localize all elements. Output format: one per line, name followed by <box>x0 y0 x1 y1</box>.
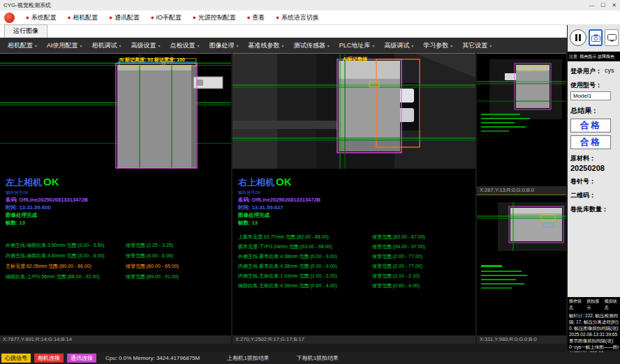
result-box-2: 合格 <box>570 135 611 149</box>
monitor-view-button[interactable] <box>605 29 619 46</box>
toolbar-item-advanced-settings[interactable]: 高级设置▾ <box>126 41 165 50</box>
measurement-value: 外侧主线-极耳距离:4.38mm 范围:(0.00 - 9.00) <box>238 254 337 259</box>
camera2-time: 时间: 13-31-59-627 <box>238 204 473 211</box>
preview2-viewport[interactable] <box>477 195 566 335</box>
menu-item-io-config[interactable]: ◆ IO手配置 <box>145 13 187 22</box>
menu-item-label: 系统语言切换 <box>281 13 319 22</box>
menu-item-language-switch[interactable]: ◆ 系统语言切换 <box>270 13 325 22</box>
toolbar-item-spot-check[interactable]: 点检设置▾ <box>165 41 205 50</box>
measurement-value: 外侧主线-隔膜距离:3.50mm 范围:(3.00 - 5.50) <box>6 243 105 248</box>
camera2-output-signal: 输出信号OK <box>238 190 473 196</box>
toolbar-item-baseline-params[interactable]: 基准线参数▾ <box>244 41 289 50</box>
camera1-viewport[interactable]: N 标记高度: 93 标记宽度: 100 <box>0 53 231 168</box>
toolbar-item-ai-usage-config[interactable]: AI使用配置▾ <box>42 41 87 50</box>
minimize-icon[interactable]: — <box>589 2 594 8</box>
window-title: CYG-视觉检测系统 <box>3 1 51 9</box>
camera-capture-button[interactable] <box>589 29 603 46</box>
menu-bullet-icon: ◆ <box>26 15 29 20</box>
toolbar-item-label: 相机调试 <box>92 41 117 50</box>
menu-item-light-control-config[interactable]: ◆ 光源控制配置 <box>187 13 242 22</box>
model-label: 使用型号： <box>570 81 619 90</box>
menu-item-camera-config[interactable]: ◆ 相机配置 <box>62 13 104 22</box>
camera2-overlay-label: AI标记数据 <box>343 56 367 63</box>
measurement-row: 内侧主线-主标距离:1.93mm 范围:(1.00 - 2.20)报警范围:(1… <box>238 273 473 282</box>
tab-run-image[interactable]: 运行图像 <box>4 24 47 38</box>
maximize-icon[interactable]: ☐ <box>600 2 605 8</box>
menu-item-view[interactable]: ◆ 查看 <box>242 13 271 22</box>
preview2-pixel-readout: X:311,Y:980;R:0;G:0;B:0 <box>477 335 566 344</box>
preview1-pixel-readout: X:267,Y:13;R:0;G:0;B:0 <box>477 186 566 195</box>
monitor-icon <box>607 34 617 42</box>
alarm-range: 报警范围:(2.00 - 77.00) <box>372 253 422 260</box>
chevron-down-icon: ▾ <box>198 43 200 48</box>
alarm-range: 报警范围:(0.60 - 4.00) <box>372 282 420 289</box>
batch-count-label: 卷批库数量： <box>570 205 619 214</box>
status-header: 操作状态 抓拍显示 模拟状态 <box>569 298 619 311</box>
menu-item-system-config[interactable]: ◆ 系统配置 <box>20 13 62 22</box>
alarm-range: 报警范围:(89.00 - 91.00) <box>126 273 179 280</box>
menu-bullet-icon: ◆ <box>68 15 71 20</box>
camera1-pixel-readout: X:7677,Y:891;R:14;G:14;B:14 <box>0 335 231 344</box>
toolbar-item-advanced-debug[interactable]: 高级调试▾ <box>379 41 418 50</box>
measurement-value: 内侧主线-极耳距离:4.38mm 范围:(0.00 - 9.00) <box>238 264 337 268</box>
toolbar-item-plc-address[interactable]: PLC地址库▾ <box>334 41 380 50</box>
measurement-row: 内侧主线-隔膜距离:4.60mm 范围:(3.00 - 6.00)报警范围:(4… <box>6 252 228 263</box>
toolbar-item-other-settings[interactable]: 其它设置▾ <box>457 41 496 50</box>
lower-camera-capture-link[interactable]: 下相机1抓拍结果 <box>297 354 339 362</box>
measurement-row: 外侧主线-极耳距离:4.38mm 范围:(0.00 - 9.00)报警范围:(2… <box>238 253 473 263</box>
menu-bullet-icon: ◆ <box>276 15 279 20</box>
chevron-down-icon: ▾ <box>119 43 121 48</box>
toolbar-item-label: 图像处理 <box>209 41 235 50</box>
close-icon[interactable]: ✕ <box>612 2 617 8</box>
toolbar-item-camera-debug[interactable]: 相机调试▾ <box>87 41 126 50</box>
toolbar-item-label: 其它设置 <box>462 41 487 50</box>
alarm-range: 报警范围:(1.10 - 2.10) <box>372 273 420 280</box>
menu-bullet-icon: ◆ <box>193 15 196 20</box>
measurement-row: 外侧主线-隔膜距离:3.50mm 范围:(3.00 - 5.50)报警范围:(2… <box>6 242 228 252</box>
chevron-down-icon: ▾ <box>237 43 239 48</box>
tabbar: 运行图像 <box>0 25 567 38</box>
camera1-title: 左上相机OK <box>6 176 228 189</box>
material-label: 原材料： <box>570 154 619 163</box>
chevron-down-icon: ▾ <box>372 43 374 48</box>
app-logo-icon <box>4 13 15 23</box>
camera2-viewport[interactable]: AI标记数据 <box>232 53 475 168</box>
chevron-down-icon: ▾ <box>450 43 452 48</box>
toolbar-item-camera-config[interactable]: 相机配置▾ <box>3 41 42 50</box>
toolbar-item-label: 学习参数 <box>423 41 448 50</box>
pause-button[interactable] <box>570 29 586 46</box>
needle-label: 卷针号： <box>570 177 619 186</box>
chevron-down-icon: ▾ <box>411 43 413 48</box>
measurement-value: 上极耳宽度:63.77mm 范围:(82.00 - 88.00) <box>238 234 329 239</box>
alarm-range: 报警范围:(83.00 - 87.00) <box>372 234 425 241</box>
material-value: 20250208 <box>570 164 619 172</box>
camera2-frame-count: 帧数: 13 <box>238 219 473 227</box>
upper-camera-capture-link[interactable]: 上相机1抓拍结果 <box>227 354 269 362</box>
measurement-value: 隔膜距离-主标距离:4.36mm 范围:(0.60 - 4.00) <box>238 283 337 288</box>
cpu-memory-readout: Cpu: 0.0% Memory: 3424.41796875M <box>105 355 200 361</box>
status-line: 显示图像抓拍间隔(张): <box>569 338 619 344</box>
chevron-down-icon: ▾ <box>282 43 284 48</box>
toolbar-item-label: 高级设置 <box>131 41 156 50</box>
measurement-row: 极耳宽度-下/PG:24mm 范围:(93.00 - 98.00)报警范围:(9… <box>238 243 473 253</box>
alarm-range: 报警范围:(4.00 - 6.00) <box>126 252 173 259</box>
window-controls: — ☐ ✕ <box>589 2 617 8</box>
measurement-row: 上极耳宽度:63.77mm 范围:(82.00 - 88.00)报警范围:(83… <box>238 234 473 243</box>
camera1-result-ok: OK <box>43 176 59 188</box>
menu-item-comm-config[interactable]: ◆ 通讯配置 <box>103 13 145 22</box>
toolbar-item-label: 相机配置 <box>8 41 33 50</box>
toolbar-item-learning-params[interactable]: 学习参数▾ <box>418 41 457 50</box>
pause-icon <box>579 34 581 41</box>
chevron-down-icon: ▾ <box>35 43 37 48</box>
status-line: 0~cys一帧上传图——图像 <box>569 344 619 350</box>
chevron-down-icon: ▾ <box>327 43 330 48</box>
menu-item-label: 系统配置 <box>31 13 57 22</box>
preview1-viewport[interactable] <box>477 53 566 186</box>
camera2-barcode: 条码: OffLine2025020813313472B <box>238 196 473 204</box>
toolbar-item-test-sensor[interactable]: 测试传感器▾ <box>289 41 334 50</box>
toolbar-item-label: 基准线参数 <box>249 41 280 50</box>
chevron-down-icon: ▾ <box>158 43 161 48</box>
toolbar-item-label: 高级调试 <box>384 41 409 50</box>
camera-connection-badge: 相机连接 <box>34 354 64 363</box>
toolbar-item-image-processing[interactable]: 图像处理▾ <box>205 41 244 50</box>
